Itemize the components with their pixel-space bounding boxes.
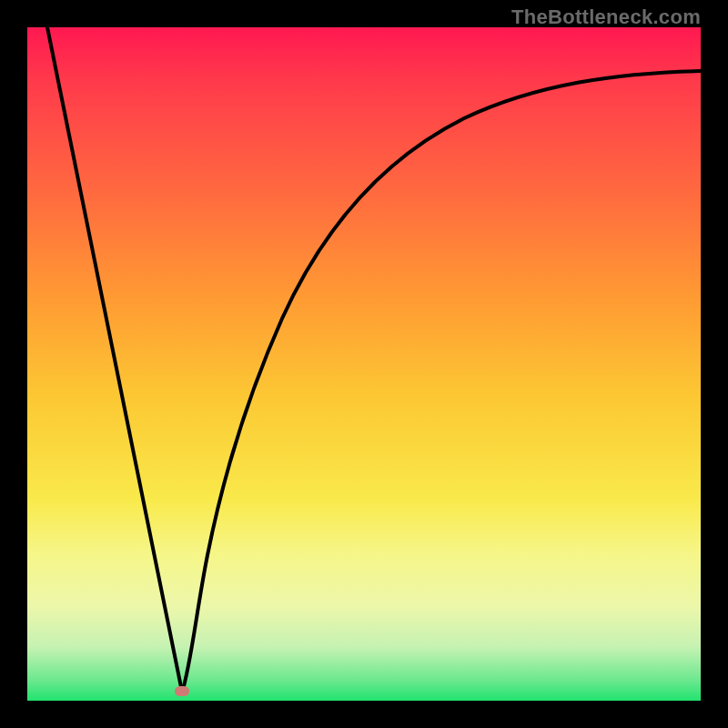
plot-frame (27, 27, 701, 701)
valley-marker-dot (175, 686, 189, 696)
curve-right-branch (182, 71, 701, 693)
curve-left-branch (47, 27, 182, 692)
watermark-text: TheBottleneck.com (511, 5, 701, 29)
bottleneck-curve (27, 27, 701, 701)
